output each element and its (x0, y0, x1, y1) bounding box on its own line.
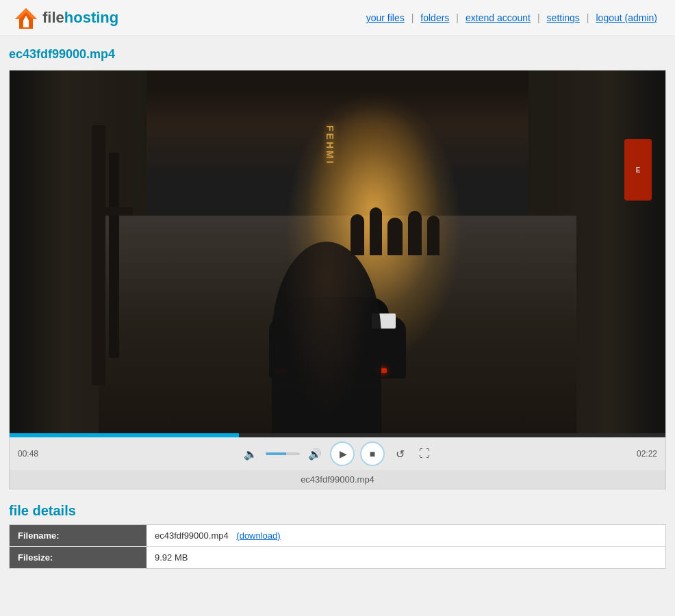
volume-icon: 🔈 (244, 448, 257, 461)
video-time-total: 02:22 (630, 449, 657, 459)
play-icon: ▶ (340, 448, 347, 459)
nav-sep-3: | (537, 12, 540, 23)
table-row-filename: Filename: ec43fdf99000.mp4 (download) (10, 525, 665, 547)
logo: filehosting (14, 5, 118, 30)
video-controls-bar: 00:48 🔈 🔊 ▶ ■ (10, 437, 665, 470)
video-scene: FEHMI E (10, 70, 665, 433)
logo-icon (14, 5, 38, 30)
scene-left-pipes (92, 125, 105, 385)
volume-down-button[interactable]: 🔈 (241, 444, 260, 463)
nav-sep-1: | (411, 12, 414, 23)
main-nav: your files | folders | extend account | … (362, 12, 661, 23)
scene-left-crossbar (92, 207, 133, 216)
logo-text: filehosting (42, 9, 118, 27)
table-row-filesize: Filesize: 9.92 MB (10, 547, 665, 568)
nav-extend-account[interactable]: extend account (461, 12, 535, 23)
label-filesize: Filesize: (10, 547, 147, 568)
header: filehosting your files | folders | exten… (0, 0, 675, 36)
download-link[interactable]: (download) (236, 530, 280, 541)
file-details-section: file details Filename: ec43fdf99000.mp4 … (9, 503, 666, 569)
file-details-table: Filename: ec43fdf99000.mp4 (download) Fi… (9, 524, 666, 569)
nav-sep-4: | (587, 12, 589, 23)
player-filename-label: ec43fdf99000.mp4 (10, 470, 665, 489)
svg-rect-2 (23, 21, 29, 27)
scene-right-sign: E (624, 139, 652, 201)
video-player-container: FEHMI E (9, 70, 666, 489)
fullscreen-button[interactable]: ⛶ (415, 444, 434, 463)
logo-file-text: file (42, 9, 64, 26)
video-time-current: 00:48 (18, 449, 45, 459)
value-filesize: 9.92 MB (147, 547, 665, 568)
main-content: ec43fdf99000.mp4 FEHMI E (2, 36, 673, 580)
volume-up-button[interactable]: 🔊 (305, 444, 324, 463)
logo-hosting-text: hosting (64, 9, 118, 26)
filename-text: ec43fdf99000.mp4 (155, 530, 229, 541)
rewind-button[interactable]: ↺ (390, 444, 409, 463)
scene-left-pipes2 (109, 153, 119, 358)
scene-people (351, 207, 440, 255)
nav-folders[interactable]: folders (416, 12, 453, 23)
controls-center: 🔈 🔊 ▶ ■ ↺ (45, 441, 630, 466)
stop-icon: ■ (370, 448, 375, 459)
label-filename: Filename: (10, 525, 147, 546)
volume-up-icon: 🔊 (308, 448, 322, 461)
video-screen[interactable]: FEHMI E (10, 70, 665, 433)
volume-slider[interactable] (266, 452, 300, 455)
scene-shop-sign: FEHMI (324, 125, 335, 166)
nav-sep-2: | (456, 12, 459, 23)
stop-button[interactable]: ■ (360, 441, 385, 466)
video-progress-bar (10, 433, 239, 437)
nav-logout[interactable]: logout (admin) (592, 12, 662, 23)
video-progress-area[interactable] (10, 433, 665, 437)
play-button[interactable]: ▶ (330, 441, 355, 466)
file-details-heading: file details (9, 503, 666, 519)
scene-foreground-figure (272, 242, 381, 433)
nav-your-files[interactable]: your files (362, 12, 409, 23)
rewind-icon: ↺ (396, 448, 405, 461)
file-title: ec43fdf99000.mp4 (9, 47, 666, 62)
nav-settings[interactable]: settings (543, 12, 584, 23)
fullscreen-icon: ⛶ (419, 448, 430, 460)
value-filename: ec43fdf99000.mp4 (download) (147, 525, 665, 546)
